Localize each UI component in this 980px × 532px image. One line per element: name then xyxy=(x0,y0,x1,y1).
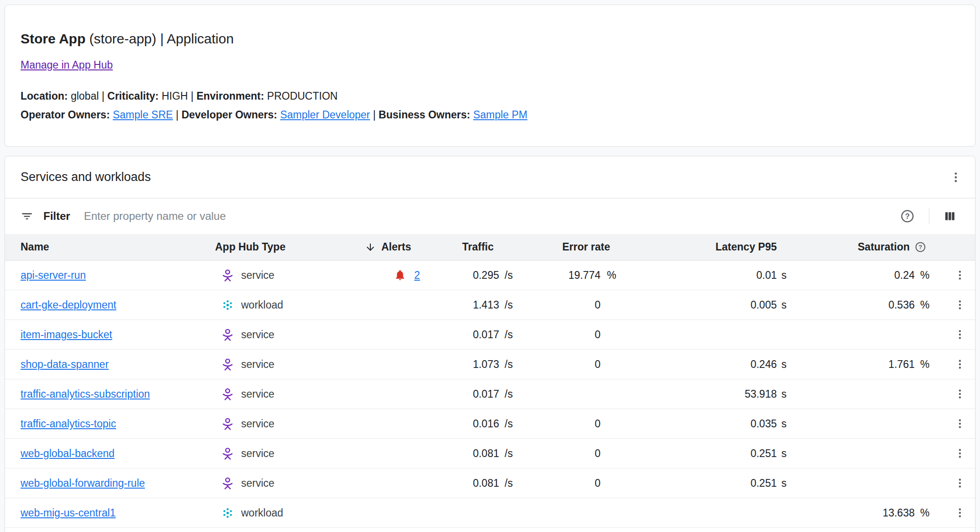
row-menu-icon[interactable] xyxy=(954,418,966,430)
column-header-saturation[interactable]: Saturation xyxy=(790,234,927,260)
alerts-header-label: Alerts xyxy=(381,241,411,253)
workload-icon xyxy=(221,298,235,312)
traffic-unit: /s xyxy=(499,418,520,430)
row-menu-icon[interactable] xyxy=(954,358,966,370)
saturation-value: 0.24 xyxy=(790,269,915,282)
alert-count-link[interactable]: 2 xyxy=(414,269,420,282)
latency-p95-value: 53.918 xyxy=(653,388,777,400)
latency-p95-unit: s xyxy=(777,418,790,430)
traffic-unit: /s xyxy=(499,329,520,341)
service-icon xyxy=(221,476,235,490)
service-icon xyxy=(221,268,235,282)
developer-owner-link[interactable]: Sampler Developer xyxy=(280,109,370,121)
row-menu-icon[interactable] xyxy=(954,299,966,311)
page-title: Store App (store-app) | Application xyxy=(21,31,959,47)
column-header-traffic[interactable]: Traffic xyxy=(462,234,548,260)
divider xyxy=(929,208,929,224)
filter-input[interactable] xyxy=(83,209,900,223)
latency-p95-value: 0.035 xyxy=(653,418,777,430)
name-link[interactable]: web-global-forwarding-rule xyxy=(21,477,145,489)
error-rate-value: 0 xyxy=(548,418,601,430)
column-header-name[interactable]: Name xyxy=(5,234,211,260)
app-info-card: Store App (store-app) | Application Mana… xyxy=(5,5,975,147)
column-header-error-rate[interactable]: Error rate xyxy=(548,234,653,260)
column-header-app-hub-type[interactable]: App Hub Type xyxy=(211,234,361,260)
type-label: workload xyxy=(241,507,283,519)
saturation-value: 0.536 xyxy=(790,299,915,311)
operator-owners-label: Operator Owners: xyxy=(21,109,110,121)
latency-p95-unit: s xyxy=(777,299,790,311)
type-label: service xyxy=(241,358,274,371)
service-icon xyxy=(221,387,235,401)
developer-owners-label: Developer Owners: xyxy=(181,109,277,121)
name-link[interactable]: api-server-run xyxy=(21,269,86,282)
table-row: cart-gke-deployment workload 1.413/s 0 0… xyxy=(5,290,975,320)
manage-in-app-hub-link[interactable]: Manage in App Hub xyxy=(21,59,113,71)
row-menu-icon[interactable] xyxy=(954,388,966,400)
saturation-unit: % xyxy=(915,269,927,282)
saturation-header-label: Saturation xyxy=(858,241,910,253)
name-link[interactable]: shop-data-spanner xyxy=(21,358,109,371)
column-display-icon[interactable] xyxy=(943,209,957,223)
traffic-value: 1.413 xyxy=(462,299,499,311)
name-link[interactable]: traffic-analytics-topic xyxy=(21,418,116,430)
error-rate-value: 0 xyxy=(548,447,601,460)
business-owners-label: Business Owners: xyxy=(379,109,470,121)
service-icon xyxy=(221,447,235,461)
row-menu-icon[interactable] xyxy=(954,477,966,489)
type-label: service xyxy=(241,329,274,341)
table-header-row: Name App Hub Type Alerts Traffic Error r… xyxy=(5,234,975,261)
name-link[interactable]: web-mig-us-central1 xyxy=(21,507,116,519)
error-rate-value: 0 xyxy=(548,477,601,489)
row-menu-icon[interactable] xyxy=(954,269,966,281)
latency-p95-value: 0.251 xyxy=(653,447,777,460)
traffic-unit: /s xyxy=(499,299,520,311)
error-rate-value: 0 xyxy=(548,358,601,371)
help-icon[interactable] xyxy=(914,241,927,253)
app-title-suffix: (store-app) | Application xyxy=(90,31,234,46)
app-metadata: Location: global | Criticality: HIGH | E… xyxy=(21,87,959,124)
service-icon xyxy=(221,357,235,372)
separator: | xyxy=(373,109,376,121)
table-row: web-global-forwarding-rule service 0.081… xyxy=(5,468,975,498)
name-link[interactable]: web-global-backend xyxy=(21,447,115,460)
filter-label: Filter xyxy=(43,210,70,223)
name-link[interactable]: cart-gke-deployment xyxy=(21,299,116,311)
traffic-value: 0.295 xyxy=(462,269,499,282)
table-row: traffic-analytics-subscription service 0… xyxy=(5,379,975,409)
error-rate-unit: % xyxy=(601,269,614,282)
table-row: shop-data-spanner service 1.073/s 0 0.24… xyxy=(5,350,975,379)
saturation-unit: % xyxy=(915,358,927,371)
latency-p95-unit: s xyxy=(777,358,790,371)
name-link[interactable]: item-images-bucket xyxy=(21,329,112,341)
business-owner-link[interactable]: Sample PM xyxy=(473,109,527,121)
column-header-latency-p95[interactable]: Latency P95 xyxy=(653,234,790,260)
service-icon xyxy=(221,328,235,342)
table-row: api-server-run service 2 0.295/s 19.774%… xyxy=(5,261,975,290)
alert-bell-icon xyxy=(394,269,406,281)
row-menu-icon[interactable] xyxy=(954,329,966,340)
name-link[interactable]: traffic-analytics-subscription xyxy=(21,388,150,400)
column-header-alerts[interactable]: Alerts xyxy=(361,234,462,260)
filter-bar: Filter xyxy=(5,198,975,234)
sort-descending-icon xyxy=(365,242,376,253)
latency-p95-unit: s xyxy=(777,447,790,460)
latency-p95-value: 0.246 xyxy=(653,358,777,371)
table-row: web-mig-us-central1 workload 13.638% xyxy=(5,498,975,528)
traffic-unit: /s xyxy=(499,269,520,282)
row-menu-icon[interactable] xyxy=(954,447,966,459)
workload-icon xyxy=(221,506,235,520)
separator: | xyxy=(102,90,105,102)
card-menu-icon[interactable] xyxy=(949,171,962,184)
help-icon[interactable] xyxy=(900,208,915,224)
table-row: web-global-backend service 0.081/s 0 0.2… xyxy=(5,439,975,468)
column-header-actions xyxy=(927,234,975,260)
services-card: Services and workloads Filter Name App H… xyxy=(5,156,975,532)
traffic-value: 0.081 xyxy=(462,477,499,489)
row-menu-icon[interactable] xyxy=(954,507,966,519)
operator-owner-link[interactable]: Sample SRE xyxy=(113,109,173,121)
app-name: Store App xyxy=(21,31,85,46)
app-metadata-line-1: Location: global | Criticality: HIGH | E… xyxy=(21,87,959,106)
services-card-header: Services and workloads xyxy=(5,156,975,198)
type-label: service xyxy=(241,447,274,460)
